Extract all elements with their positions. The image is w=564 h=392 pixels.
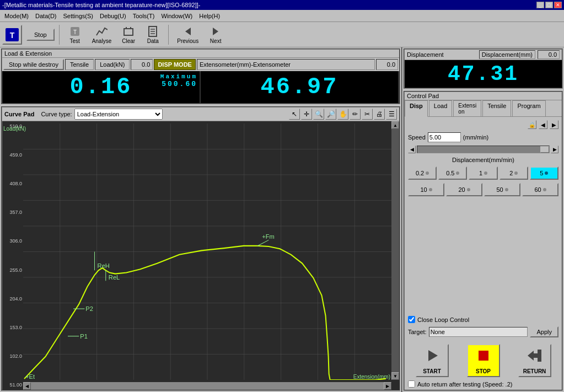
nav-next-btn[interactable]: ▶ <box>550 120 558 129</box>
speed-input[interactable] <box>428 132 461 142</box>
preset-0-2-dot <box>426 171 429 175</box>
minimize-button[interactable]: _ <box>536 2 544 8</box>
curve-type-label: Curve type: <box>41 111 72 117</box>
target-input[interactable] <box>429 327 528 337</box>
preset-0-5-dot <box>456 171 459 175</box>
y-label-51: 51.00 <box>3 382 22 388</box>
next-icon <box>209 25 222 38</box>
close-loop-checkbox[interactable] <box>408 316 415 323</box>
load-extension-header: Load & Extension <box>2 50 399 58</box>
slider-right-btn[interactable]: ▶ <box>551 146 558 153</box>
settings-tool-btn[interactable]: ☰ <box>386 109 397 120</box>
slider-track[interactable] <box>417 146 550 153</box>
preset-50[interactable]: 50 <box>484 183 520 196</box>
close-loop-label[interactable]: Close Loop Control <box>408 316 469 323</box>
menu-bar: Mode(M) Data(D) Settings(S) Debug(U) Too… <box>0 10 564 22</box>
print-btn[interactable]: 🖨 <box>374 109 385 120</box>
svg-marker-44 <box>528 350 541 362</box>
tab-extension[interactable]: Extension <box>453 100 481 116</box>
auto-return-label[interactable]: Auto return after testing (Speed: .2) <box>408 380 512 388</box>
zoom-in-btn[interactable]: 🔍 <box>313 109 324 120</box>
menu-data[interactable]: Data(D) <box>32 12 60 20</box>
menu-window[interactable]: Window(W) <box>158 12 196 20</box>
title-buttons: _ □ ✕ <box>536 2 562 8</box>
toolbar-previous-btn[interactable]: Previous <box>173 24 202 46</box>
toolbar-data-btn[interactable]: Data <box>142 24 164 46</box>
preset-2[interactable]: 2 <box>499 167 528 180</box>
start-btn[interactable]: START <box>416 344 449 377</box>
pencil-btn[interactable]: ✏ <box>350 109 361 120</box>
curve-pad: Curve Pad Curve type: Load-Extension Loa… <box>1 106 400 391</box>
scissors-btn[interactable]: ✂ <box>362 109 373 120</box>
close-button[interactable]: ✕ <box>554 2 562 8</box>
app-icon: T <box>2 25 22 45</box>
toolbar-analyse-btn[interactable]: Analyse <box>88 24 116 46</box>
tab-tensile[interactable]: Tensile <box>482 100 511 116</box>
y-label-408: 408.0 <box>3 181 22 186</box>
menu-mode[interactable]: Mode(M) <box>1 12 32 20</box>
return-btn[interactable]: RETURN <box>518 344 551 377</box>
scroll-right-btn[interactable]: ▶ <box>384 382 391 390</box>
scroll-up-btn[interactable]: ▲ <box>391 121 399 129</box>
preset-10-dot <box>429 188 432 191</box>
start-label: START <box>423 368 441 374</box>
apply-button[interactable]: Apply <box>530 326 558 337</box>
stop-button[interactable]: Stop <box>26 29 55 41</box>
right-panel: Displacement Displacement(mm) 0.0 47.31 … <box>401 47 564 392</box>
auto-return-row: Auto return after testing (Speed: .2) <box>405 380 562 390</box>
target-label: Target: <box>408 329 427 335</box>
lock-icon[interactable]: 🔒 <box>528 120 536 129</box>
toolbar-icon-group: T <box>2 25 22 45</box>
zoom-out-btn[interactable]: 🔎 <box>325 109 336 120</box>
disp-mode-btn[interactable]: DISP MODE <box>154 59 196 70</box>
displacement-label-area: Displacement <box>407 51 444 58</box>
preset-5[interactable]: 5 <box>530 167 558 180</box>
left-panel: Load & Extension Stop while destroy Tens… <box>0 47 401 392</box>
preset-10[interactable]: 10 <box>408 183 444 196</box>
menu-debug[interactable]: Debug(U) <box>96 12 130 20</box>
menu-settings[interactable]: Settings(S) <box>60 12 96 20</box>
load-kn-label: Load(kN) <box>95 59 130 70</box>
slider-left-btn[interactable]: ◀ <box>408 146 416 153</box>
preset-1[interactable]: 1 <box>469 167 497 180</box>
stop-ctrl-btn[interactable]: STOP <box>467 344 500 377</box>
toolbar-test-btn[interactable]: T Test <box>64 24 86 46</box>
pan-btn[interactable]: ✋ <box>337 109 348 120</box>
toolbar-clear-btn[interactable]: Clear <box>117 24 139 46</box>
svg-marker-42 <box>428 350 438 361</box>
target-row: Target: Apply <box>408 326 558 337</box>
control-content: 🔒 ◀ ▶ Speed (mm/min) ◀ ▶ <box>405 117 562 341</box>
slider-thumb[interactable] <box>540 146 549 153</box>
menu-tools[interactable]: Tools(T) <box>130 12 158 20</box>
load-extension-label: Load & Extension <box>4 50 52 57</box>
tab-load[interactable]: Load <box>429 100 452 116</box>
title-text: -[Metallic materials-Tensile testing at … <box>2 2 201 8</box>
displacement-section-label-ctrl: Displacement(mm/min) <box>408 157 558 163</box>
tab-disp[interactable]: Disp <box>405 100 428 117</box>
y-label-459: 459.0 <box>3 152 22 158</box>
stop-while-destroy-btn[interactable]: Stop while destroy <box>3 59 64 70</box>
crosshair-tool-btn[interactable]: ✛ <box>301 109 312 120</box>
displacement-header: Displacement Displacement(mm) 0.0 <box>405 50 562 60</box>
svg-marker-12 <box>213 28 218 35</box>
preset-0-2[interactable]: 0.2 <box>408 167 437 180</box>
display-1-value: 0.16 <box>70 74 132 100</box>
preset-20[interactable]: 20 <box>446 183 482 196</box>
preset-60[interactable]: 60 <box>522 183 558 196</box>
nav-prev-btn[interactable]: ◀ <box>539 120 547 129</box>
tab-program[interactable]: Program <box>512 100 545 116</box>
toolbar-previous-label: Previous <box>177 38 198 44</box>
scroll-left-btn[interactable]: ◀ <box>23 382 31 390</box>
scroll-down-btn[interactable]: ▼ <box>391 372 399 380</box>
preset-0-5[interactable]: 0.5 <box>438 167 467 180</box>
toolbar-next-btn[interactable]: Next <box>205 24 227 46</box>
auto-return-checkbox[interactable] <box>408 380 415 388</box>
return-label: RETURN <box>523 368 546 374</box>
menu-help[interactable]: Help(H) <box>196 12 223 20</box>
select-tool-btn[interactable]: ↖ <box>289 109 300 120</box>
maximize-button[interactable]: □ <box>545 2 553 8</box>
max-value: 500.60 <box>162 80 197 88</box>
curve-type-select[interactable]: Load-Extension Load-Displacement Stress-… <box>74 109 163 120</box>
auto-return-text: Auto return after testing (Speed: .2) <box>417 381 512 388</box>
curve-pad-section-label: Curve Pad <box>4 111 34 117</box>
